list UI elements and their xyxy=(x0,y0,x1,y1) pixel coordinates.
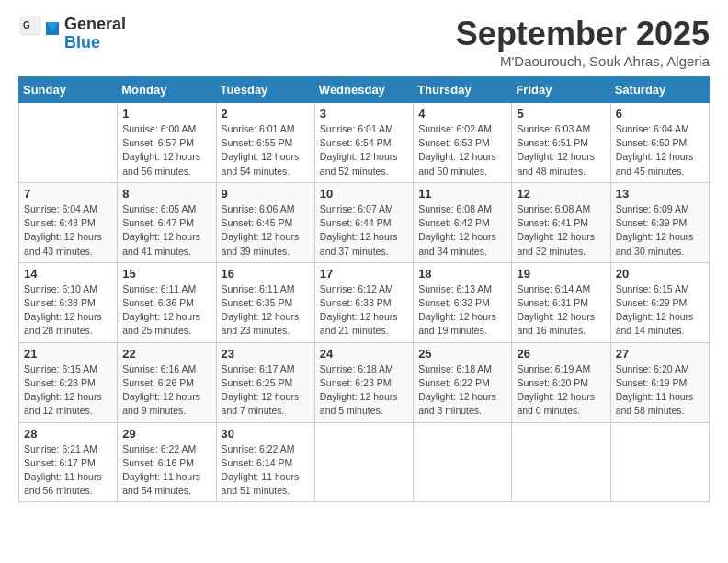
calendar-cell: 15Sunrise: 6:11 AM Sunset: 6:36 PM Dayli… xyxy=(118,262,216,342)
calendar-cell: 11Sunrise: 6:08 AM Sunset: 6:42 PM Dayli… xyxy=(414,182,512,262)
day-number: 18 xyxy=(418,267,506,281)
calendar-cell: 12Sunrise: 6:08 AM Sunset: 6:41 PM Dayli… xyxy=(512,182,610,262)
calendar: SundayMondayTuesdayWednesdayThursdayFrid… xyxy=(18,76,710,502)
calendar-header-tuesday: Tuesday xyxy=(216,77,314,103)
calendar-cell: 17Sunrise: 6:12 AM Sunset: 6:33 PM Dayli… xyxy=(314,262,413,342)
day-info: Sunrise: 6:04 AM Sunset: 6:50 PM Dayligh… xyxy=(616,122,704,178)
calendar-cell: 13Sunrise: 6:09 AM Sunset: 6:39 PM Dayli… xyxy=(610,182,709,262)
calendar-cell: 19Sunrise: 6:14 AM Sunset: 6:31 PM Dayli… xyxy=(512,262,610,342)
logo-general: General xyxy=(64,16,126,34)
day-info: Sunrise: 6:00 AM Sunset: 6:57 PM Dayligh… xyxy=(122,122,210,178)
day-info: Sunrise: 6:05 AM Sunset: 6:47 PM Dayligh… xyxy=(122,202,210,259)
month-title: September 2025 xyxy=(456,15,710,53)
day-info: Sunrise: 6:22 AM Sunset: 6:14 PM Dayligh… xyxy=(222,442,310,499)
day-number: 26 xyxy=(517,347,605,361)
day-number: 1 xyxy=(122,107,210,121)
calendar-cell: 18Sunrise: 6:13 AM Sunset: 6:32 PM Dayli… xyxy=(414,262,512,342)
calendar-header-wednesday: Wednesday xyxy=(314,77,413,103)
calendar-cell xyxy=(314,422,413,502)
day-info: Sunrise: 6:06 AM Sunset: 6:45 PM Dayligh… xyxy=(222,202,310,259)
day-info: Sunrise: 6:13 AM Sunset: 6:32 PM Dayligh… xyxy=(418,282,506,339)
day-number: 30 xyxy=(222,427,310,441)
day-number: 16 xyxy=(222,267,310,281)
day-info: Sunrise: 6:18 AM Sunset: 6:23 PM Dayligh… xyxy=(320,362,408,419)
day-number: 21 xyxy=(24,347,112,361)
calendar-cell: 22Sunrise: 6:16 AM Sunset: 6:26 PM Dayli… xyxy=(118,342,216,422)
calendar-cell: 26Sunrise: 6:19 AM Sunset: 6:20 PM Dayli… xyxy=(512,342,610,422)
calendar-header-row: SundayMondayTuesdayWednesdayThursdayFrid… xyxy=(19,77,710,103)
day-info: Sunrise: 6:01 AM Sunset: 6:55 PM Dayligh… xyxy=(222,122,310,178)
calendar-header-saturday: Saturday xyxy=(610,77,709,103)
calendar-header-monday: Monday xyxy=(118,77,216,103)
calendar-cell: 5Sunrise: 6:03 AM Sunset: 6:51 PM Daylig… xyxy=(512,103,610,183)
calendar-cell: 23Sunrise: 6:17 AM Sunset: 6:25 PM Dayli… xyxy=(216,342,314,422)
calendar-cell xyxy=(19,103,118,183)
day-info: Sunrise: 6:02 AM Sunset: 6:53 PM Dayligh… xyxy=(418,122,506,178)
calendar-cell: 28Sunrise: 6:21 AM Sunset: 6:17 PM Dayli… xyxy=(19,422,118,502)
calendar-cell: 20Sunrise: 6:15 AM Sunset: 6:29 PM Dayli… xyxy=(610,262,709,342)
day-number: 20 xyxy=(616,267,704,281)
day-info: Sunrise: 6:12 AM Sunset: 6:33 PM Dayligh… xyxy=(320,282,408,339)
day-number: 10 xyxy=(320,187,408,201)
day-number: 25 xyxy=(418,347,506,361)
calendar-cell: 30Sunrise: 6:22 AM Sunset: 6:14 PM Dayli… xyxy=(216,422,314,502)
calendar-week-1: 1Sunrise: 6:00 AM Sunset: 6:57 PM Daylig… xyxy=(19,103,710,183)
day-number: 23 xyxy=(222,347,310,361)
calendar-cell: 7Sunrise: 6:04 AM Sunset: 6:48 PM Daylig… xyxy=(19,182,118,262)
day-info: Sunrise: 6:18 AM Sunset: 6:22 PM Dayligh… xyxy=(418,362,506,419)
calendar-cell: 29Sunrise: 6:22 AM Sunset: 6:16 PM Dayli… xyxy=(118,422,216,502)
calendar-cell: 2Sunrise: 6:01 AM Sunset: 6:55 PM Daylig… xyxy=(216,103,314,183)
day-number: 17 xyxy=(320,267,408,281)
calendar-cell: 25Sunrise: 6:18 AM Sunset: 6:22 PM Dayli… xyxy=(414,342,512,422)
calendar-cell: 14Sunrise: 6:10 AM Sunset: 6:38 PM Dayli… xyxy=(19,262,118,342)
day-info: Sunrise: 6:04 AM Sunset: 6:48 PM Dayligh… xyxy=(24,202,112,259)
calendar-header-friday: Friday xyxy=(512,77,610,103)
day-info: Sunrise: 6:17 AM Sunset: 6:25 PM Dayligh… xyxy=(222,362,310,419)
day-info: Sunrise: 6:15 AM Sunset: 6:29 PM Dayligh… xyxy=(616,282,704,339)
day-number: 13 xyxy=(616,187,704,201)
calendar-cell: 3Sunrise: 6:01 AM Sunset: 6:54 PM Daylig… xyxy=(314,103,413,183)
day-info: Sunrise: 6:19 AM Sunset: 6:20 PM Dayligh… xyxy=(517,362,605,419)
calendar-week-4: 21Sunrise: 6:15 AM Sunset: 6:28 PM Dayli… xyxy=(19,342,710,422)
day-number: 22 xyxy=(122,347,210,361)
calendar-cell: 16Sunrise: 6:11 AM Sunset: 6:35 PM Dayli… xyxy=(216,262,314,342)
day-number: 8 xyxy=(122,187,210,201)
calendar-cell xyxy=(414,422,512,502)
calendar-week-2: 7Sunrise: 6:04 AM Sunset: 6:48 PM Daylig… xyxy=(19,182,710,262)
day-info: Sunrise: 6:11 AM Sunset: 6:35 PM Dayligh… xyxy=(222,282,310,339)
calendar-cell: 1Sunrise: 6:00 AM Sunset: 6:57 PM Daylig… xyxy=(118,103,216,183)
day-info: Sunrise: 6:01 AM Sunset: 6:54 PM Dayligh… xyxy=(320,122,408,178)
calendar-cell: 6Sunrise: 6:04 AM Sunset: 6:50 PM Daylig… xyxy=(610,103,709,183)
calendar-cell: 8Sunrise: 6:05 AM Sunset: 6:47 PM Daylig… xyxy=(118,182,216,262)
day-info: Sunrise: 6:08 AM Sunset: 6:41 PM Dayligh… xyxy=(517,202,605,259)
day-info: Sunrise: 6:03 AM Sunset: 6:51 PM Dayligh… xyxy=(517,122,605,178)
day-number: 29 xyxy=(122,427,210,441)
day-number: 19 xyxy=(517,267,605,281)
day-info: Sunrise: 6:16 AM Sunset: 6:26 PM Dayligh… xyxy=(122,362,210,419)
header: G General Blue September 2025 M'Daourouc… xyxy=(18,15,710,69)
calendar-week-5: 28Sunrise: 6:21 AM Sunset: 6:17 PM Dayli… xyxy=(19,422,710,502)
day-number: 2 xyxy=(222,107,310,121)
title-area: September 2025 M'Daourouch, Souk Ahras, … xyxy=(456,15,710,69)
day-number: 28 xyxy=(24,427,112,441)
day-number: 6 xyxy=(616,107,704,121)
calendar-cell: 9Sunrise: 6:06 AM Sunset: 6:45 PM Daylig… xyxy=(216,182,314,262)
calendar-cell: 10Sunrise: 6:07 AM Sunset: 6:44 PM Dayli… xyxy=(314,182,413,262)
calendar-week-3: 14Sunrise: 6:10 AM Sunset: 6:38 PM Dayli… xyxy=(19,262,710,342)
day-info: Sunrise: 6:10 AM Sunset: 6:38 PM Dayligh… xyxy=(24,282,112,339)
day-info: Sunrise: 6:15 AM Sunset: 6:28 PM Dayligh… xyxy=(24,362,112,419)
day-info: Sunrise: 6:14 AM Sunset: 6:31 PM Dayligh… xyxy=(517,282,605,339)
day-info: Sunrise: 6:21 AM Sunset: 6:17 PM Dayligh… xyxy=(24,442,112,499)
calendar-cell: 27Sunrise: 6:20 AM Sunset: 6:19 PM Dayli… xyxy=(610,342,709,422)
calendar-cell: 24Sunrise: 6:18 AM Sunset: 6:23 PM Dayli… xyxy=(314,342,413,422)
calendar-cell xyxy=(610,422,709,502)
calendar-cell: 4Sunrise: 6:02 AM Sunset: 6:53 PM Daylig… xyxy=(414,103,512,183)
day-info: Sunrise: 6:22 AM Sunset: 6:16 PM Dayligh… xyxy=(122,442,210,499)
day-number: 11 xyxy=(418,187,506,201)
location: M'Daourouch, Souk Ahras, Algeria xyxy=(456,53,710,69)
day-number: 24 xyxy=(320,347,408,361)
day-number: 9 xyxy=(222,187,310,201)
calendar-cell: 21Sunrise: 6:15 AM Sunset: 6:28 PM Dayli… xyxy=(19,342,118,422)
day-number: 7 xyxy=(24,187,112,201)
day-number: 27 xyxy=(616,347,704,361)
